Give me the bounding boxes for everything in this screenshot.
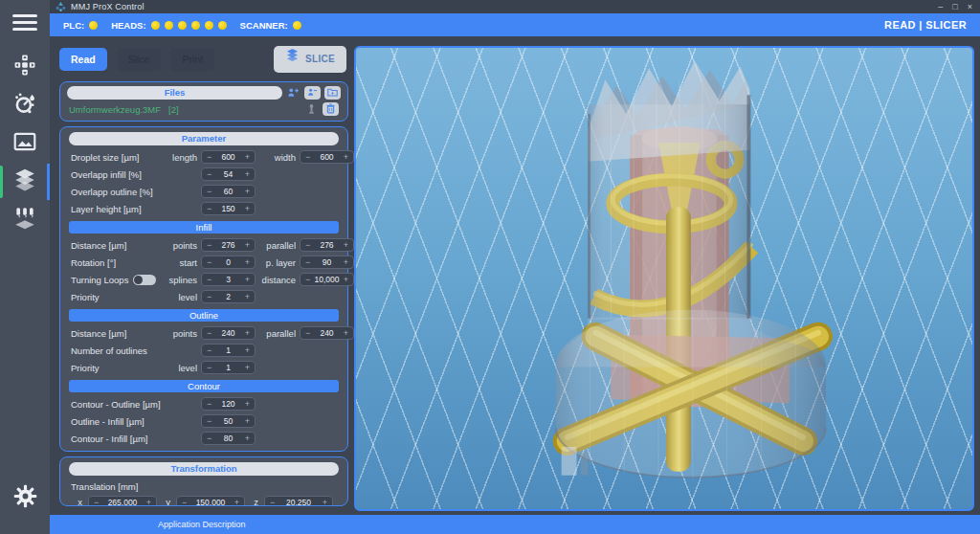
splines-stepper[interactable]: −3+ [201,273,256,286]
infill-points-stepper[interactable]: −276+ [201,238,256,252]
plus-button[interactable]: + [245,415,250,427]
plus-button[interactable]: + [245,168,250,180]
plus-button[interactable]: + [245,362,250,373]
slice-action-button[interactable]: SLICE [274,46,346,73]
minimize-button[interactable]: – [938,0,943,13]
minus-button[interactable]: − [207,398,212,410]
minus-button[interactable]: − [207,291,212,302]
maximize-button[interactable]: □ [952,0,957,13]
plus-button[interactable]: + [344,327,348,339]
plus-button[interactable]: + [245,291,250,302]
sidebar-item-printheads[interactable] [0,201,50,239]
droplet-length-stepper[interactable]: −600+ [201,150,256,164]
stepper-value[interactable]: 240 [320,328,333,338]
stepper-value[interactable]: 60 [224,187,233,196]
sidebar-item-images[interactable] [0,124,50,163]
stepper-value[interactable]: 10,000 [315,275,340,284]
minus-button[interactable]: − [207,327,212,339]
translate-z-stepper[interactable]: −20.250+ [264,496,333,507]
minus-button[interactable]: − [182,497,187,507]
minus-button[interactable]: − [207,256,212,268]
translate-x-stepper[interactable]: −265.000+ [88,496,157,507]
minus-button[interactable]: − [305,327,310,339]
file-name[interactable]: Umformwerkzeug.3MF [69,104,161,115]
stepper-value[interactable]: 276 [320,240,333,250]
minus-button[interactable]: − [305,256,310,268]
turning-loops-toggle[interactable] [133,275,156,285]
minus-button[interactable]: − [305,239,310,251]
plus-button[interactable]: + [344,151,348,163]
remove-part-button[interactable] [304,86,321,100]
minus-button[interactable]: − [207,168,212,180]
contour-infill-stepper[interactable]: −80+ [201,432,256,445]
contour-outline-stepper[interactable]: −120+ [201,397,256,411]
minus-button[interactable]: − [207,433,212,444]
minus-button[interactable]: − [305,151,310,163]
parameter-header[interactable]: Parameter [69,132,339,145]
plus-button[interactable]: + [245,151,250,163]
rotation-start-stepper[interactable]: −0+ [201,256,256,269]
stepper-value[interactable]: 3 [226,275,231,284]
stepper-value[interactable]: 120 [221,399,234,409]
minus-button[interactable]: − [207,186,212,197]
stepper-value[interactable]: 50 [224,416,233,426]
add-part-icon[interactable] [286,87,301,100]
stepper-value[interactable]: 150 [221,204,234,213]
add-folder-button[interactable] [324,86,341,100]
print-tab-button[interactable]: Print [170,48,214,71]
plus-button[interactable]: + [245,239,250,251]
stepper-value[interactable]: 1 [226,345,231,355]
3d-viewport[interactable] [354,46,974,511]
translate-y-stepper[interactable]: −150.000+ [176,496,245,507]
loop-distance-stepper[interactable]: −10,000+ [300,273,354,286]
outline-priority-stepper[interactable]: −1+ [201,361,256,374]
plus-button[interactable]: + [245,256,250,268]
overlap-outline-stepper[interactable]: −60+ [201,185,256,198]
menu-icon[interactable] [12,11,37,34]
plus-button[interactable]: + [344,256,348,268]
stepper-value[interactable]: 276 [221,240,234,250]
contour-section-header[interactable]: Contour [69,380,339,392]
plus-button[interactable]: + [245,327,250,339]
pin-icon[interactable] [304,103,319,116]
read-tab-button[interactable]: Read [59,48,107,71]
plus-button[interactable]: + [245,433,250,444]
droplet-width-stepper[interactable]: −600+ [300,150,354,164]
file-list-item[interactable]: Umformwerkzeug.3MF [2] [69,102,339,116]
stepper-value[interactable]: 54 [224,169,233,179]
infill-priority-stepper[interactable]: −2+ [201,290,256,303]
stepper-value[interactable]: 0 [226,257,231,267]
overlap-infill-stepper[interactable]: −54+ [201,167,256,181]
outline-parallel-stepper[interactable]: −240+ [300,326,354,340]
minus-button[interactable]: − [94,497,99,507]
minus-button[interactable]: − [305,274,310,285]
sidebar-item-process[interactable] [0,86,50,124]
stepper-value[interactable]: 600 [320,152,333,162]
infill-parallel-stepper[interactable]: −276+ [300,238,354,252]
stepper-value[interactable]: 240 [221,328,234,338]
plus-button[interactable]: + [323,497,327,507]
slice-tab-button[interactable]: Slice [117,48,162,71]
stepper-value[interactable]: 20.250 [286,498,311,507]
plus-button[interactable]: + [245,398,250,410]
minus-button[interactable]: − [207,151,212,163]
plus-button[interactable]: + [245,274,250,285]
outline-section-header[interactable]: Outline [69,309,339,322]
sidebar-item-jog[interactable] [0,48,50,86]
sidebar-item-slicer[interactable] [0,163,50,201]
stepper-value[interactable]: 265.000 [108,498,138,507]
rotation-per-layer-stepper[interactable]: −90+ [300,256,354,269]
outline-infill-stepper[interactable]: −50+ [201,414,256,428]
minus-button[interactable]: − [207,345,212,356]
minus-button[interactable]: − [207,203,212,214]
plus-button[interactable]: + [234,497,239,507]
plus-button[interactable]: + [344,239,348,251]
stepper-value[interactable]: 2 [226,292,231,301]
outline-count-stepper[interactable]: −1+ [201,344,256,357]
minus-button[interactable]: − [207,415,212,427]
minus-button[interactable]: − [270,497,275,507]
stepper-value[interactable]: 80 [224,434,233,443]
minus-button[interactable]: − [207,239,212,251]
stepper-value[interactable]: 600 [221,152,234,162]
outline-points-stepper[interactable]: −240+ [201,326,256,340]
